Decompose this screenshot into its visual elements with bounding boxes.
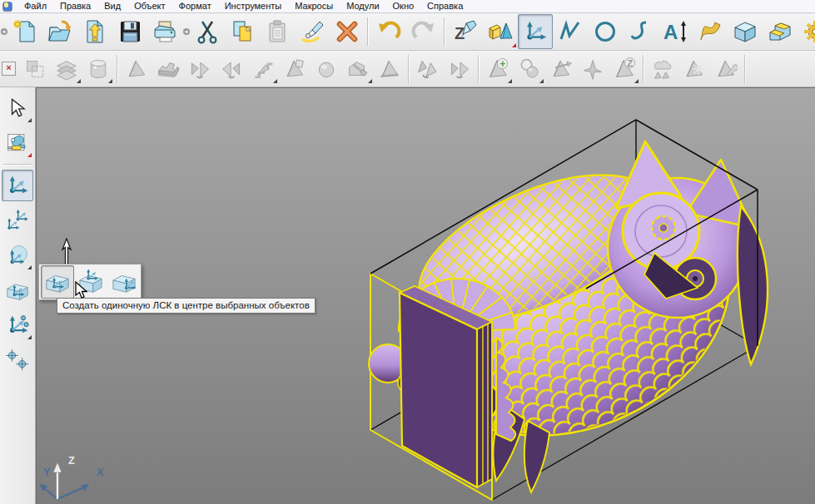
house-hammer-button[interactable] xyxy=(342,53,374,85)
tools-wrench-icon xyxy=(6,131,29,155)
lcs-sphere-button[interactable] xyxy=(2,240,33,271)
triangles-forward-icon xyxy=(188,57,211,81)
toolbar-main: ◂ xyxy=(0,13,815,51)
spline-button[interactable] xyxy=(623,14,658,49)
lcs-pair-button[interactable] xyxy=(2,205,33,236)
undo-icon xyxy=(375,18,402,45)
format-painter-button[interactable] xyxy=(295,14,330,49)
menu-edit[interactable]: Правка xyxy=(53,0,97,12)
menu-format[interactable]: Формат xyxy=(172,0,218,12)
triangles-forward-button[interactable] xyxy=(184,53,216,85)
lcs-box-corner-button[interactable] xyxy=(107,265,141,299)
lcs-box-top-icon xyxy=(77,269,105,294)
toolbar-collapse-icon[interactable]: ◂ xyxy=(182,16,190,47)
pyramid-snowflake-button[interactable] xyxy=(678,53,710,85)
axis-label-z: Z xyxy=(68,454,75,467)
import-document-button[interactable] xyxy=(77,14,112,49)
lcs-points-button[interactable] xyxy=(2,309,33,341)
pyramid-knife-button[interactable] xyxy=(545,53,577,85)
solids-button[interactable] xyxy=(483,14,518,49)
stairs-solid-button[interactable] xyxy=(763,14,798,49)
menu-file[interactable]: Файл xyxy=(17,0,53,12)
pyramid-wrench-button[interactable] xyxy=(710,53,742,85)
tooltip: Создать одиночную ЛСК в центре выбранных… xyxy=(57,298,316,314)
layers-button[interactable] xyxy=(51,53,82,85)
sketch-edit-button[interactable]: Z xyxy=(448,14,483,49)
lcs-axes-button[interactable] xyxy=(518,14,553,49)
close-toolbar-button[interactable]: × xyxy=(2,62,16,76)
box-solid-button[interactable] xyxy=(728,14,763,49)
pyramid-cube-icon xyxy=(283,57,306,81)
menu-object[interactable]: Объект xyxy=(127,0,171,12)
lcs-targets-button[interactable] xyxy=(2,344,33,376)
menu-help[interactable]: Справка xyxy=(420,0,470,12)
flyout-corner-icon xyxy=(512,43,516,47)
menu-window[interactable]: Окно xyxy=(386,0,421,12)
pyramid-flat-button[interactable] xyxy=(374,53,405,85)
delete-icon xyxy=(334,18,360,45)
triangle-pair-1-button[interactable] xyxy=(412,53,444,85)
pyramid-icon xyxy=(125,57,148,81)
lcs-axes-button-left[interactable] xyxy=(2,170,33,201)
menu-tools[interactable]: Инструменты xyxy=(218,0,289,12)
undo-button[interactable] xyxy=(371,14,406,49)
svg-text:A: A xyxy=(663,21,678,43)
lcs-pair-icon xyxy=(5,208,30,233)
toolbar-left xyxy=(0,87,36,504)
viewport-3d[interactable]: Z Y X xyxy=(36,87,815,504)
cloud-pyramids-button[interactable] xyxy=(647,53,678,85)
select-copy-icon xyxy=(23,57,47,81)
lcs-flyout-panel xyxy=(38,264,142,300)
flyout-corner-icon xyxy=(539,79,544,83)
stairs-arrow-button[interactable] xyxy=(247,53,279,85)
toolbar-collapse-icon[interactable]: ◂ xyxy=(0,16,7,47)
pyramid-button[interactable] xyxy=(121,53,152,85)
select-cursor-button[interactable] xyxy=(2,92,33,124)
save-button[interactable] xyxy=(112,14,147,49)
cut-icon xyxy=(194,18,221,45)
cut-button[interactable] xyxy=(190,14,225,49)
polyline-icon xyxy=(557,18,584,45)
pyramid-z-icon: Z xyxy=(612,57,637,82)
select-copy-button[interactable] xyxy=(19,53,51,85)
open-folder-button[interactable] xyxy=(42,14,77,49)
new-document-button[interactable] xyxy=(7,14,42,49)
menu-modules[interactable]: Модули xyxy=(340,0,385,12)
circle-sphere-button[interactable] xyxy=(514,53,545,85)
gear-button[interactable] xyxy=(798,14,815,49)
gear-icon xyxy=(802,18,815,45)
surface-button[interactable] xyxy=(693,14,728,49)
redo-button[interactable] xyxy=(406,14,441,49)
tools-wrench-button[interactable] xyxy=(2,127,33,159)
menu-view[interactable]: Вид xyxy=(97,0,127,12)
lcs-box-center-button[interactable] xyxy=(41,265,74,299)
text-button[interactable]: A xyxy=(658,14,693,49)
svg-text:+: + xyxy=(499,57,505,69)
copy-button[interactable] xyxy=(225,14,260,49)
axis-label-x: X xyxy=(97,466,104,478)
import-document-icon xyxy=(82,18,108,45)
pyramid-cube-button[interactable] xyxy=(279,53,311,85)
pyramid-zoom-plus-button[interactable]: + xyxy=(482,53,514,85)
triangle-pair-2-button[interactable] xyxy=(444,53,475,85)
delete-button[interactable] xyxy=(330,14,365,49)
text-icon: A xyxy=(662,18,688,45)
lcs-box-button[interactable] xyxy=(2,274,33,306)
pyramid-star-button[interactable] xyxy=(577,53,609,85)
print-button[interactable] xyxy=(147,14,182,49)
gear-solid-button[interactable] xyxy=(152,53,184,85)
polyline-button[interactable] xyxy=(553,14,588,49)
lcs-box-corner-icon xyxy=(110,269,138,294)
circle-button[interactable] xyxy=(588,14,623,49)
pyramid-z-button[interactable]: Z xyxy=(609,53,640,85)
cylinder-button[interactable] xyxy=(82,53,114,85)
lcs-box-top-button[interactable] xyxy=(74,265,107,299)
flyout-corner-icon xyxy=(108,79,112,83)
surface-icon xyxy=(697,18,723,45)
sphere-blob-button[interactable] xyxy=(311,53,342,85)
cylinder-icon xyxy=(87,57,110,81)
pyramid-knife-icon xyxy=(549,57,573,81)
triangles-back-button[interactable] xyxy=(216,53,247,85)
menu-macros[interactable]: Макросы xyxy=(288,0,340,12)
paste-button[interactable] xyxy=(260,14,295,49)
